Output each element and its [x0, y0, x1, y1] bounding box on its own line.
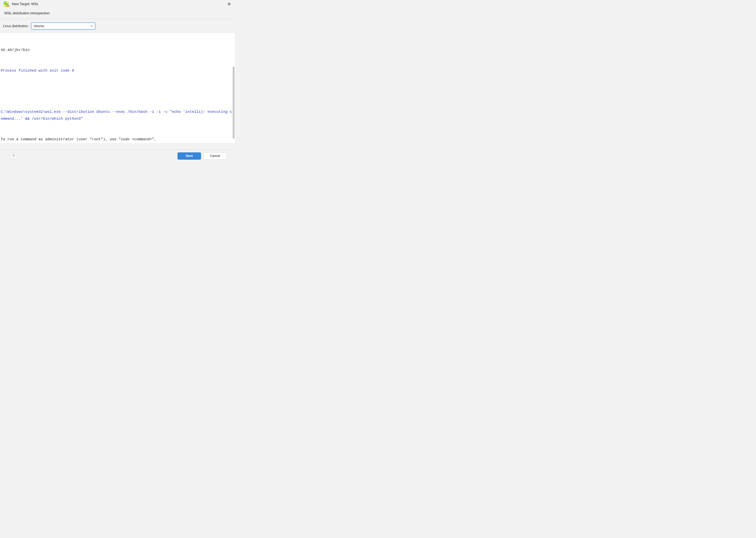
- close-icon: [228, 2, 231, 6]
- distribution-value: Ubuntu: [33, 24, 44, 28]
- console-output: 45.40/jbr/bin Process finished with exit…: [0, 32, 235, 143]
- console-line: Process finished with exit code 0: [1, 67, 233, 74]
- bottom-bar: ? Next Cancel: [0, 150, 235, 162]
- console-line: To run a command as administrator (user …: [1, 136, 233, 143]
- cancel-button[interactable]: Cancel: [203, 152, 227, 160]
- app-icon-label: PC: [5, 3, 7, 5]
- titlebar: PC EAP New Target: WSL: [0, 0, 235, 8]
- chevron-down-icon: [90, 25, 93, 27]
- app-icon: PC EAP: [4, 1, 9, 7]
- eap-badge: EAP: [6, 5, 9, 7]
- window-title: New Target: WSL: [12, 2, 226, 6]
- scrollbar-thumb[interactable]: [233, 67, 235, 139]
- next-button[interactable]: Next: [178, 152, 201, 160]
- distribution-label: Linux distribution:: [3, 24, 28, 28]
- page-subtitle: WSL distribution introspection: [0, 8, 235, 19]
- console-text: 45.40/jbr/bin Process finished with exit…: [0, 32, 235, 143]
- distribution-dropdown[interactable]: Ubuntu: [31, 23, 95, 29]
- config-row: Linux distribution: Ubuntu: [0, 19, 235, 32]
- help-button[interactable]: ?: [10, 153, 17, 159]
- console-line: [1, 88, 233, 95]
- scrollbar[interactable]: [233, 41, 235, 139]
- console-line: C:\Windows\system32\wsl.exe --distributi…: [1, 108, 233, 122]
- console-line: 45.40/jbr/bin: [1, 47, 233, 54]
- close-button[interactable]: [226, 1, 233, 7]
